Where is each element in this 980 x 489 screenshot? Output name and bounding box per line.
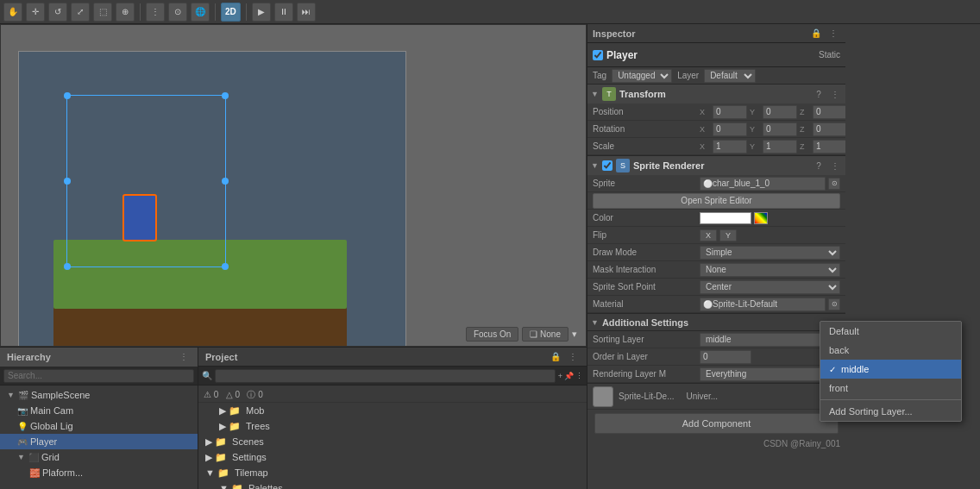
sprite-renderer-icon: S xyxy=(616,159,630,172)
material-select-btn[interactable]: ⊙ xyxy=(828,298,840,310)
mask-interaction-row: Mask Interaction None xyxy=(587,261,845,279)
toolbar-scale[interactable]: ⤢ xyxy=(71,3,90,22)
toolbar-play[interactable]: ▶ xyxy=(252,3,271,22)
dropdown-item-middle[interactable]: middle xyxy=(820,360,845,379)
rot-z-input[interactable] xyxy=(813,122,845,136)
sprite-active-checkbox[interactable] xyxy=(602,160,612,171)
dropdown-separator xyxy=(820,399,845,400)
additional-settings-header[interactable]: ▼ Additional Settings xyxy=(587,314,845,331)
dropdown-item-front[interactable]: front xyxy=(820,379,845,398)
transform-menu-btn[interactable]: ⋮ xyxy=(828,87,842,101)
toolbar-snap[interactable]: ⋮ xyxy=(146,3,165,22)
position-row: Position X Y Z xyxy=(587,103,845,121)
focus-dropdown-arrow[interactable]: ▾ xyxy=(572,329,577,340)
grass-platform xyxy=(53,240,347,309)
open-sprite-editor-btn[interactable]: Open Sprite Editor xyxy=(593,193,840,209)
toolbar-global[interactable]: 🌐 xyxy=(191,3,210,22)
rot-y-input[interactable] xyxy=(763,122,797,136)
inspector-menu-btn[interactable]: ⋮ xyxy=(826,27,840,41)
sorting-dropdown[interactable]: Default back middle front Add Sorting La… xyxy=(820,321,845,422)
project-item-trees[interactable]: ▶ 📁 Trees xyxy=(198,418,587,434)
layer-select[interactable]: Default xyxy=(704,69,756,83)
tree-item-globallig[interactable]: 💡 Global Lig xyxy=(0,418,198,434)
scale-z-input[interactable] xyxy=(813,140,845,154)
hierarchy-search-input[interactable] xyxy=(3,369,194,383)
flip-x-btn[interactable]: X xyxy=(700,229,717,241)
project-item-mob[interactable]: ▶ 📁 Mob xyxy=(198,403,587,418)
pos-z-input[interactable] xyxy=(813,105,845,119)
tree-item-maincam[interactable]: 📷 Main Cam xyxy=(0,403,198,418)
shader-label: Sprite-Lit-De... xyxy=(619,392,674,401)
toolbar-rotate[interactable]: ↺ xyxy=(48,3,67,22)
project-pin-btn[interactable]: 📌 xyxy=(564,372,574,380)
transform-header[interactable]: ▼ T Transform ? ⋮ xyxy=(587,85,845,103)
mask-interaction-select[interactable]: None xyxy=(700,263,840,277)
sprite-renderer-header[interactable]: ▼ S Sprite Renderer ? ⋮ xyxy=(587,156,845,175)
sprite-collapse-arrow: ▼ xyxy=(591,161,599,170)
toolbar-pause[interactable]: ⏸ xyxy=(274,3,293,22)
tree-item-samplescene[interactable]: ▼ 🎬 SampleScene xyxy=(0,387,198,403)
tree-item-grid[interactable]: ▼ ⬛ Grid xyxy=(0,449,198,465)
draw-mode-select[interactable]: Simple xyxy=(700,246,840,260)
project-item-settings[interactable]: ▶ 📁 Settings xyxy=(198,449,587,465)
focus-none-select[interactable]: ❑ None xyxy=(522,327,569,342)
handle-middle-right[interactable] xyxy=(222,178,229,185)
toolbar-transform[interactable]: ⊕ xyxy=(116,3,135,22)
pos-y-input[interactable] xyxy=(763,105,797,119)
sprite-help-btn[interactable]: ? xyxy=(812,159,826,172)
scale-x-input[interactable] xyxy=(713,140,747,154)
toolbar-move[interactable]: ✛ xyxy=(26,3,45,22)
scene-view[interactable]: Focus On ❑ None ▾ xyxy=(0,24,587,347)
tree-item-platform[interactable]: 🧱 Plaform... xyxy=(0,465,198,480)
hierarchy-tab[interactable]: Hierarchy ⋮ xyxy=(0,348,198,367)
project-item-tilemap[interactable]: ▼ 📁 Tilemap xyxy=(198,465,587,480)
project-item-scenes[interactable]: ▶ 📁 Scenes xyxy=(198,434,587,449)
handle-top-right[interactable] xyxy=(222,92,229,99)
sprite-select-btn[interactable]: ⊙ xyxy=(828,178,840,190)
toolbar-pivot[interactable]: ⊙ xyxy=(168,3,187,22)
toolbar-rect[interactable]: ⬚ xyxy=(93,3,112,22)
handle-top-left[interactable] xyxy=(64,92,71,99)
project-item-palettes[interactable]: ▼ 📁 Palettes xyxy=(198,480,587,489)
pos-x-input[interactable] xyxy=(713,105,747,119)
focus-on-button[interactable]: Focus On xyxy=(466,327,518,342)
handle-middle-left[interactable] xyxy=(64,178,71,185)
project-menu-btn[interactable]: ⋮ xyxy=(566,350,580,364)
color-picker-btn[interactable] xyxy=(754,212,768,224)
project-dots-btn[interactable]: ⋮ xyxy=(575,372,583,380)
tree-item-player[interactable]: 🎮 Player xyxy=(0,434,198,449)
toolbar-hand[interactable]: ✋ xyxy=(3,3,22,22)
scale-y-input[interactable] xyxy=(763,140,797,154)
color-box[interactable] xyxy=(700,212,751,224)
right-panel: Inspector 🔒 ⋮ Player Static Tag Untagged… xyxy=(587,24,845,489)
rot-x-input[interactable] xyxy=(713,122,747,136)
tree-label-platform: Plaform... xyxy=(42,467,83,478)
hierarchy-menu-btn[interactable]: ⋮ xyxy=(177,350,191,364)
sprite-menu-btn[interactable]: ⋮ xyxy=(828,159,842,172)
project-tab[interactable]: Project 🔒 ⋮ xyxy=(198,348,587,367)
inspector-lock-btn[interactable]: 🔒 xyxy=(809,27,823,41)
transform-help-btn[interactable]: ? xyxy=(812,87,826,101)
project-search-input[interactable] xyxy=(215,369,556,383)
material-preview-thumb xyxy=(593,386,613,407)
sprite-ref-field[interactable]: ⚪ char_blue_1_0 xyxy=(700,177,826,191)
project-add-btn[interactable]: + xyxy=(558,372,562,380)
material-ref-field[interactable]: ⚪ Sprite-Lit-Default xyxy=(700,298,826,311)
flip-y-btn[interactable]: Y xyxy=(719,229,737,241)
sprite-sort-select[interactable]: Center xyxy=(700,280,840,294)
dropdown-item-back[interactable]: back xyxy=(820,341,845,360)
toolbar-2d-button[interactable]: 2D xyxy=(221,3,241,22)
order-in-layer-label: Order in Layer xyxy=(593,352,696,361)
inspector-tab[interactable]: Inspector 🔒 ⋮ xyxy=(587,24,845,43)
toolbar-step[interactable]: ⏭ xyxy=(297,3,316,22)
project-lock-btn[interactable]: 🔒 xyxy=(549,350,562,364)
add-component-btn[interactable]: Add Component xyxy=(594,413,839,434)
order-in-layer-input[interactable] xyxy=(700,350,751,364)
rot-x-label: X xyxy=(700,125,710,134)
dropdown-item-default[interactable]: Default xyxy=(820,322,845,341)
object-active-checkbox[interactable] xyxy=(593,50,603,60)
tag-select[interactable]: Untagged xyxy=(612,69,672,83)
dropdown-item-add-layer[interactable]: Add Sorting Layer... xyxy=(820,402,845,421)
project-tilemap-icon: ▼ 📁 xyxy=(205,467,229,479)
project-trees-icon: ▶ 📁 xyxy=(219,421,241,432)
